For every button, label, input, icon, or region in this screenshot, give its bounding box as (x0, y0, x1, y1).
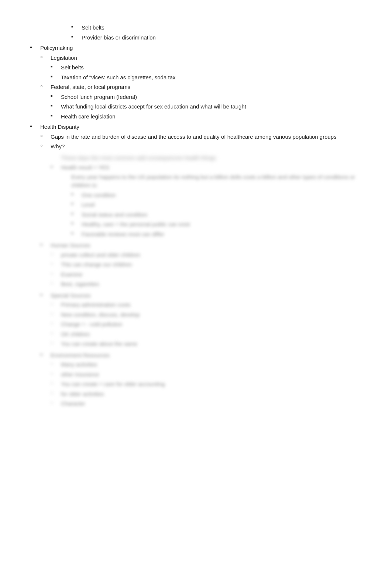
blurred-item: You can create about the same (51, 340, 362, 348)
blurred-item: Primary administration costs (51, 301, 362, 309)
list-item: Selt belts (71, 24, 362, 32)
list-item: Provider bias or discrimination (71, 34, 362, 42)
list-item: What funding local districts accept for … (51, 103, 362, 111)
blurred-item: OK children (51, 330, 362, 339)
list-item: School lunch program (federal) (51, 93, 362, 101)
blurred-list-item: Favorable reviews most can differ (71, 230, 362, 239)
blurred-item: New condition, discuss, develop (51, 311, 362, 319)
blurred-list-item: Healthy, care = the personal public can … (71, 220, 362, 229)
blurred-section-4: ● Environment Resources Many activities … (40, 351, 362, 408)
blurred-item: This can change our children (51, 261, 362, 269)
blurred-item: private collect and older children (51, 251, 362, 259)
blurred-line-1: These days the most common add consequen… (61, 154, 362, 162)
blurred-item: Best, cigarettes (51, 280, 362, 289)
top-level3-list: Selt belts Provider bias or discriminati… (71, 24, 362, 42)
bullet-federal-programs: Federal, state, or local programs School… (40, 83, 362, 121)
blurred-list-item: One condition (71, 191, 362, 200)
bullet-why: Why? (40, 142, 362, 151)
policymaking-section: Policymaking Legislation Selt belts Taxa… (30, 44, 362, 151)
blurred-section-3: ● Special Sources Primary administration… (40, 292, 362, 348)
blurred-item: You can create = care for older accounti… (51, 380, 362, 389)
list-item: Taxation of "vices: such as cigarettes, … (51, 73, 362, 82)
bullet-gaps: Gaps in the rate and burden of disease a… (40, 133, 362, 141)
blurred-header-2: ● Human Sources private collect and olde… (40, 241, 362, 289)
bullet-legislation: Legislation Selt belts Taxation of "vice… (40, 54, 362, 82)
blurred-item: Examine (51, 270, 362, 279)
blurred-header-4: ● Environment Resources Many activities … (40, 351, 362, 408)
blurred-header-3: ● Special Sources Primary administration… (40, 292, 362, 348)
list-item: Health care legislation (51, 113, 362, 121)
blurred-list-item: Social status and condition (71, 211, 362, 219)
blurred-item: Change = - cold pollution (51, 320, 362, 329)
blurred-section-1: These days the most common add consequen… (61, 154, 362, 162)
blurred-item: Many activities (51, 361, 362, 369)
bullet-health-disparity: Health Disparity Gaps in the rate and bu… (30, 123, 362, 151)
blurred-section-2: ● Human Sources private collect and olde… (40, 241, 362, 289)
blurred-sub-desc: Every year happens to the US population … (71, 173, 362, 239)
main-content: Selt belts Provider bias or discriminati… (30, 24, 362, 408)
list-item: Selt belts (51, 63, 362, 72)
blurred-item: for older activities (51, 390, 362, 399)
blurred-item: other insurance (51, 370, 362, 379)
blurred-item: ● Health result = YES Every year happens… (51, 163, 362, 238)
blurred-item: Character (51, 400, 362, 408)
blurred-list-item: Level (71, 201, 362, 209)
top-continuation: Selt belts Provider bias or discriminati… (30, 24, 362, 42)
blurred-section-1-sub: ● Health result = YES Every year happens… (51, 163, 362, 238)
bullet-policymaking: Policymaking Legislation Selt belts Taxa… (30, 44, 362, 121)
